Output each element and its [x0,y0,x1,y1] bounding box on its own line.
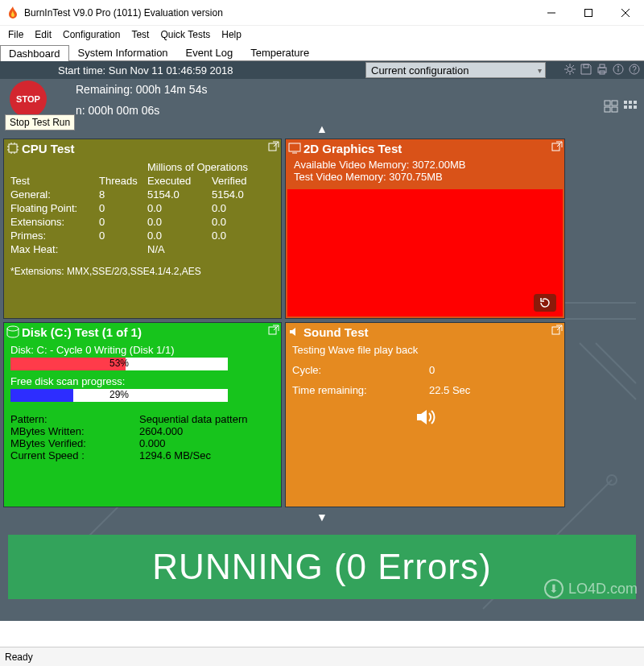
cpu-col-exec: Executed [147,174,212,188]
refresh-icon [534,294,556,312]
maximize-button[interactable] [570,0,607,25]
download-icon: ⬇ [544,579,564,598]
svg-rect-50 [269,327,276,334]
menu-edit[interactable]: Edit [30,27,56,42]
menu-configuration[interactable]: Configuration [58,27,125,42]
table-row: General:85154.05154.0 [10,188,275,201]
disk-written-label: MBytes Written: [10,425,139,437]
svg-rect-1 [585,9,592,16]
close-button[interactable] [607,0,644,25]
disk-pattern-label: Pattern: [10,413,139,425]
cpu-col-ver: Verified [212,174,275,188]
svg-rect-24 [605,101,610,105]
svg-point-14 [568,67,572,72]
disk-write-progress: 53% [10,358,228,370]
svg-rect-27 [612,107,617,112]
status-bar: Ready [0,647,644,666]
disk-write-pct: 53% [10,358,228,369]
table-row: Floating Point:00.00.0 [10,201,275,215]
tab-system-information[interactable]: System Information [69,44,177,60]
print-icon[interactable] [596,63,609,76]
disk-verified-value: 0.000 [139,437,166,449]
sound-time-label: Time remaining: [292,384,429,396]
speaker-large-icon [292,404,558,432]
sound-status: Testing Wave file play back [292,344,558,356]
disk-speed-label: Current Speed : [10,449,139,461]
configuration-dropdown[interactable]: Current configuration ▾ [365,62,546,78]
gear-icon[interactable] [564,63,576,76]
svg-rect-17 [600,64,605,68]
app-icon [6,6,19,19]
dropdown-label: Current configuration [371,64,469,77]
disk-written-value: 2604.000 [139,425,183,437]
scroll-up-icon[interactable]: ▲ [316,122,328,135]
table-row: Extensions:00.00.0 [10,215,275,229]
cpu-test-panel: CPU Test Millions of Operations Test Thr… [3,139,282,319]
tab-bar: Dashboard System Information Event Log T… [0,43,644,61]
menu-test[interactable]: Test [126,27,154,42]
svg-rect-47 [552,143,559,151]
view-tiles-icon[interactable] [604,100,618,113]
window-title: BurnInTest V9.0 Pro (1011) Evaluation ve… [24,7,533,19]
disk-freescan-label: Free disk scan progress: [10,375,275,387]
menu-quicktests[interactable]: Quick Tests [155,27,215,42]
scroll-down-icon[interactable]: ▼ [316,511,328,523]
popout-icon[interactable] [268,141,279,152]
info-icon[interactable] [612,63,625,76]
help-icon[interactable]: ? [628,63,641,76]
svg-rect-33 [634,105,637,109]
table-row: Primes:00.00.0 [10,229,275,242]
popout-icon[interactable] [268,325,279,336]
menu-bar: File Edit Configuration Test Quick Tests… [0,26,644,43]
svg-rect-29 [629,101,632,104]
disk-status: Disk: C: - Cycle 0 Writing (Disk 1/1) [10,344,275,356]
svg-rect-34 [9,144,17,152]
svg-point-21 [617,66,619,68]
tab-dashboard[interactable]: Dashboard [0,45,69,61]
disk-pattern-value: Sequential data pattern [139,413,247,425]
cpu-ops-header: Millions of Operations [147,160,275,174]
disk-scan-progress: 29% [10,389,228,402]
disk-icon [6,325,20,339]
save-icon[interactable] [580,63,592,76]
sound-cycle-label: Cycle: [292,364,429,376]
svg-rect-31 [624,105,627,109]
svg-rect-26 [605,107,610,112]
view-grid-icon[interactable] [623,100,638,113]
stop-tooltip: Stop Test Run [5,114,75,130]
speaker-icon [287,325,302,339]
gfx-avail-memory: Available Video Memory: 3072.00MB [294,159,556,171]
disk-test-panel: Disk (C:) Test (1 of 1) Disk: C: - Cycle… [3,322,282,507]
svg-rect-43 [269,143,276,151]
stop-button[interactable]: STOP [10,81,47,118]
dashboard: Start time: Sun Nov 11 01:46:59 2018 Cur… [0,61,644,621]
minimize-button[interactable] [533,0,570,25]
cpu-col-threads: Threads [99,174,147,188]
tab-event-log[interactable]: Event Log [177,44,242,60]
menu-help[interactable]: Help [217,27,246,42]
menu-file[interactable]: File [3,27,28,42]
remaining-label: Remaining: 000h 14m 54s [76,83,207,96]
elapsed-row: n: 000h 00m 06s [0,100,644,121]
svg-rect-15 [584,64,588,68]
svg-rect-32 [629,105,632,109]
tab-temperature[interactable]: Temperature [242,44,318,60]
svg-text:?: ? [632,65,637,74]
start-time-label: Start time: Sun Nov 11 01:46:59 2018 [58,64,233,77]
sound-time-value: 22.5 Sec [429,384,470,396]
svg-rect-45 [289,143,300,151]
sound-cycle-value: 0 [429,364,435,376]
status-bar-text: Ready [5,652,33,663]
remaining-row: Remaining: 000h 14m 54s [0,79,644,100]
cpu-extensions-note: *Extensions: MMX,SSE/2/3,SSE4.1/4.2,AES [10,266,275,277]
svg-rect-25 [612,101,617,105]
sound-title: Sound Test [286,323,564,341]
popout-icon[interactable] [551,325,563,336]
status-text: RUNNING (0 Errors) [152,547,491,587]
panels-grid: CPU Test Millions of Operations Test Thr… [0,139,644,507]
svg-rect-52 [552,327,559,334]
monitor-icon [287,141,302,155]
popout-icon[interactable] [551,141,563,152]
table-row: Max Heat:N/A [10,242,275,256]
disk-title: Disk (C:) Test (1 of 1) [4,323,281,341]
